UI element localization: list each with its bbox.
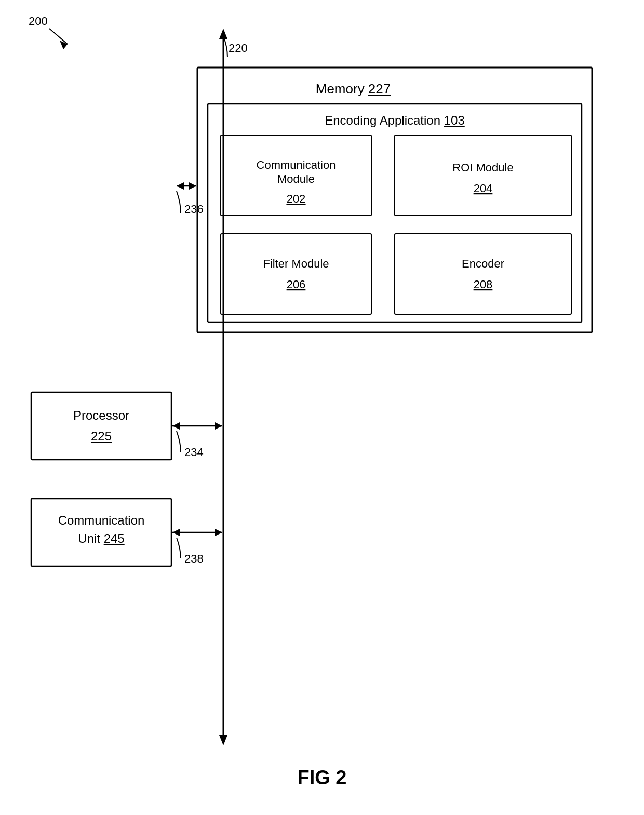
diagram-container: 200 220 Memory 227 Encoding Application …: [0, 0, 644, 815]
processor-label: Processor: [73, 408, 129, 422]
svg-marker-17: [172, 422, 180, 430]
svg-marker-16: [215, 422, 222, 430]
comm-module-ref: 202: [287, 192, 306, 205]
filter-module-label: Filter Module: [263, 257, 329, 270]
figure-label: FIG 2: [297, 767, 346, 789]
fig-200-label: 200: [29, 15, 48, 28]
arrow-236-label: 236: [184, 203, 204, 216]
svg-marker-2: [219, 735, 227, 745]
roi-module-ref: 204: [474, 182, 493, 195]
svg-marker-20: [215, 529, 222, 536]
encoder-ref: 208: [474, 278, 493, 291]
arrow-220-label: 220: [229, 42, 248, 55]
comm-module-label2: Module: [277, 172, 315, 185]
comm-module-label: Communication: [257, 158, 336, 171]
svg-rect-9: [221, 234, 371, 314]
roi-module-label: ROI Module: [452, 161, 513, 174]
arrow-238-label: 238: [184, 552, 204, 565]
svg-marker-21: [172, 529, 180, 536]
encoding-app-label: Encoding Application 103: [325, 113, 465, 127]
svg-rect-10: [395, 234, 571, 314]
arrow-234-label: 234: [184, 446, 204, 459]
processor-ref: 225: [91, 429, 112, 443]
svg-marker-13: [177, 182, 184, 190]
svg-rect-14: [31, 392, 171, 460]
svg-marker-12: [189, 182, 196, 190]
svg-rect-8: [395, 135, 571, 216]
comm-unit-label2: Unit 245: [78, 531, 124, 545]
filter-module-ref: 206: [287, 278, 306, 291]
memory-label: Memory 227: [316, 81, 391, 97]
svg-marker-4: [60, 41, 68, 49]
comm-unit-label: Communication: [58, 513, 145, 527]
encoder-label: Encoder: [462, 257, 504, 270]
svg-line-3: [49, 29, 68, 44]
